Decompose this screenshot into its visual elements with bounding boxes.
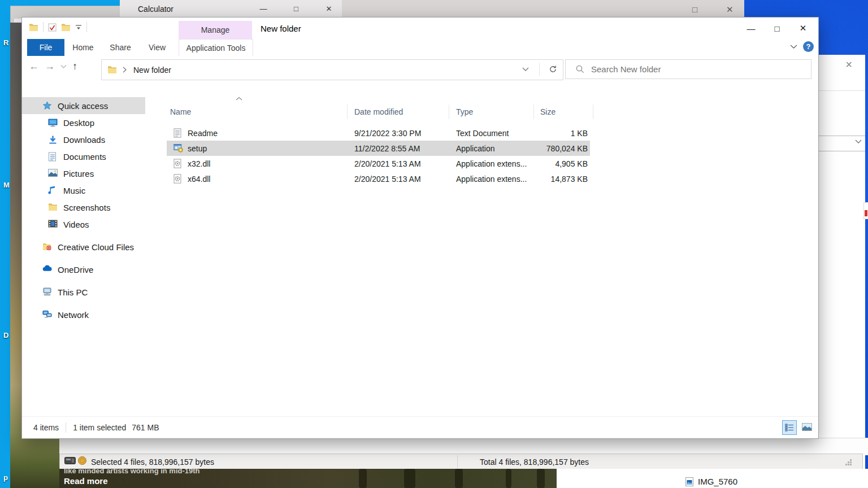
file-row-x32dll[interactable]: x32.dll 2/20/2021 5:13 AM Application ex… <box>167 156 590 171</box>
desktop: R M D p Calculator ― □ ✕ □ ✕ ✕ Selected … <box>0 0 868 488</box>
forward-arrow-icon[interactable]: → <box>45 60 55 72</box>
filemanager-statusbar: Selected 4 files, 818,996,157 bytes Tota… <box>59 454 863 470</box>
ribbon-expand-icon[interactable] <box>790 44 797 49</box>
folder-icon <box>48 203 58 212</box>
calculator-maximize-button[interactable]: □ <box>284 0 309 18</box>
sidebar-item-onedrive[interactable]: OneDrive <box>22 261 145 278</box>
tab-share[interactable]: Share <box>102 39 139 56</box>
file-name: x32.dll <box>188 159 346 168</box>
close-icon[interactable]: ✕ <box>845 59 853 70</box>
sidebar-item-label: Screenshots <box>63 203 110 212</box>
tab-view[interactable]: View <box>139 39 175 56</box>
background-filemanager-body <box>59 438 868 455</box>
minimize-button[interactable]: ― <box>738 18 764 39</box>
calculator-window-titlebar[interactable]: Calculator ― □ ✕ <box>120 0 342 18</box>
background-window-close-icon[interactable]: ✕ <box>726 5 734 15</box>
this-pc-icon <box>42 287 52 297</box>
desktop-icon-label: p <box>3 473 8 482</box>
thumbnail-view-button[interactable] <box>800 420 814 434</box>
file-type: Application extens... <box>456 159 527 168</box>
refresh-icon[interactable] <box>543 65 563 73</box>
column-header-date-modified[interactable]: Date modified <box>354 103 403 120</box>
sidebar-item-desktop[interactable]: Desktop <box>22 114 145 131</box>
file-list-pane: Name Date modified Type Size Readme 9/21… <box>145 84 814 417</box>
sidebar-item-network[interactable]: Network <box>22 306 145 323</box>
maximize-button[interactable]: □ <box>764 18 790 39</box>
selection-count: 1 item selected <box>73 423 126 432</box>
selection-size: 761 MB <box>132 423 159 432</box>
chevron-down-icon <box>855 140 862 144</box>
desktop-icon-label: D <box>3 331 8 339</box>
tab-home[interactable]: Home <box>64 39 102 56</box>
new-folder-icon[interactable] <box>61 23 71 32</box>
sidebar-item-screenshots[interactable]: Screenshots <box>22 199 145 216</box>
quick-access-star-icon <box>42 101 52 111</box>
folder-icon[interactable] <box>29 23 38 32</box>
details-view-button[interactable] <box>782 420 797 435</box>
address-folder-icon <box>107 66 117 74</box>
explorer-statusbar: 4 items 1 item selected 761 MB <box>22 416 818 438</box>
read-more-link[interactable]: Read more <box>64 476 108 486</box>
up-arrow-icon[interactable]: ↑ <box>72 60 77 72</box>
file-date: 2/20/2021 5:13 AM <box>354 159 421 168</box>
sidebar-item-creative-cloud-files[interactable]: Creative Cloud Files <box>22 238 145 255</box>
breadcrumb-path[interactable]: New folder <box>133 66 171 75</box>
file-row-setup-selected[interactable]: setup 11/2/2022 8:55 AM Application 780,… <box>167 141 590 156</box>
sidebar-item-label: Quick access <box>58 101 108 111</box>
sidebar-item-quick-access[interactable]: Quick access <box>22 97 145 114</box>
tab-application-tools[interactable]: Application Tools <box>179 39 253 56</box>
sort-ascending-icon[interactable] <box>236 97 242 101</box>
sidebar-item-music[interactable]: Music <box>22 182 145 199</box>
file-name: setup <box>188 144 346 153</box>
desktop-file-img5760[interactable]: IMG_5760 <box>685 477 737 486</box>
sidebar-item-this-pc[interactable]: This PC <box>22 284 145 300</box>
sidebar-item-documents[interactable]: Documents <box>22 148 145 165</box>
file-size: 780,024 KB <box>517 144 588 153</box>
back-arrow-icon[interactable]: ← <box>29 60 39 72</box>
file-name: Readme <box>188 129 346 138</box>
file-size: 14,873 KB <box>517 175 588 184</box>
properties-checkbox-icon[interactable] <box>48 23 57 32</box>
close-button[interactable]: ✕ <box>790 18 816 39</box>
address-dropdown-icon[interactable] <box>515 67 536 72</box>
tab-file[interactable]: File <box>27 39 64 56</box>
sidebar-item-downloads[interactable]: Downloads <box>22 131 145 148</box>
coin-icon <box>78 456 86 465</box>
file-row-x64dll[interactable]: x64.dll 2/20/2021 5:13 AM Application ex… <box>167 171 590 186</box>
file-date: 11/2/2022 8:55 AM <box>354 144 420 153</box>
videos-icon <box>48 220 58 229</box>
customize-toolbar-icon[interactable] <box>75 24 82 30</box>
address-bar[interactable]: New folder <box>101 59 563 80</box>
sidebar-item-label: Creative Cloud Files <box>58 242 134 252</box>
help-icon[interactable]: ? <box>803 41 814 52</box>
breadcrumb-chevron-icon <box>123 67 127 73</box>
file-row-readme[interactable]: Readme 9/21/2022 3:30 PM Text Document 1… <box>167 125 590 141</box>
search-box[interactable]: Search New folder <box>565 59 811 79</box>
navigation-pane: Quick access Desktop Downloads Documents… <box>22 84 145 417</box>
explorer-titlebar[interactable]: Manage New folder ― □ ✕ <box>22 18 818 39</box>
search-icon <box>576 65 584 73</box>
tab-manage[interactable]: Manage <box>179 21 252 39</box>
calculator-title: Calculator <box>138 5 173 14</box>
sidebar-item-videos[interactable]: Videos <box>22 216 145 233</box>
calculator-close-button[interactable]: ✕ <box>316 0 341 18</box>
file-explorer-window: Manage New folder ― □ ✕ File Home Share … <box>21 17 819 439</box>
sidebar-item-pictures[interactable]: Pictures <box>22 165 145 182</box>
search-placeholder: Search New folder <box>591 64 661 74</box>
resize-grip-icon[interactable] <box>845 459 852 466</box>
file-size: 4,905 KB <box>517 159 588 168</box>
column-header-type[interactable]: Type <box>456 103 473 120</box>
sidebar-item-label: Desktop <box>63 118 94 128</box>
dropdown-partial[interactable] <box>818 136 865 151</box>
calculator-minimize-button[interactable]: ― <box>251 0 276 18</box>
navigation-row: ← → ↑ New folder <box>22 56 818 83</box>
dll-file-icon <box>173 159 183 168</box>
music-icon <box>48 186 58 195</box>
column-header-name[interactable]: Name <box>170 103 191 120</box>
column-header-size[interactable]: Size <box>540 103 555 120</box>
background-app-sliver <box>863 202 868 219</box>
background-window-restore-icon[interactable]: □ <box>692 5 697 14</box>
file-type: Text Document <box>456 129 509 138</box>
recent-locations-chevron-icon[interactable] <box>60 64 67 69</box>
dll-file-icon <box>173 174 183 184</box>
